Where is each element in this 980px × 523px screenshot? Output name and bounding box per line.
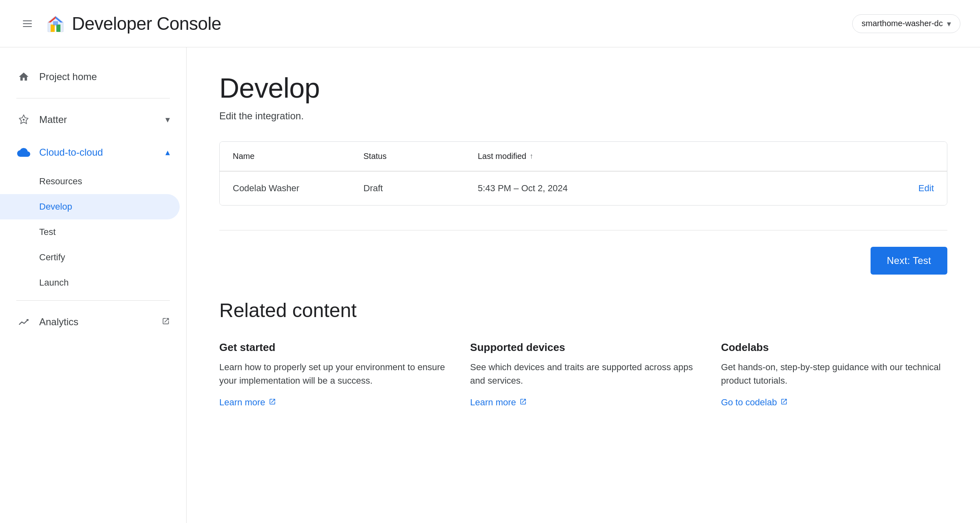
app-header: Developer Console smarthome-washer-dc ▾ <box>0 0 980 47</box>
sidebar-item-analytics[interactable]: Analytics <box>0 306 186 338</box>
svg-rect-1 <box>51 25 55 32</box>
supported-devices-external-icon <box>519 398 527 407</box>
sidebar-sub-item-resources[interactable]: Resources <box>0 169 186 194</box>
sidebar-analytics-label: Analytics <box>39 316 78 328</box>
next-button-container: Next: Test <box>219 247 947 275</box>
integration-table: Name Status Last modified ↑ Codelab Wash… <box>219 141 947 206</box>
sort-arrow-icon: ↑ <box>530 152 533 161</box>
related-content-grid: Get started Learn how to properly set up… <box>219 341 947 408</box>
sidebar-item-matter[interactable]: Matter ▾ <box>0 103 186 136</box>
next-test-button[interactable]: Next: Test <box>871 247 947 275</box>
project-selector-arrow-icon: ▾ <box>947 19 951 29</box>
sidebar-sub-item-test[interactable]: Test <box>0 219 186 245</box>
project-selector-label: smarthome-washer-dc <box>862 19 943 28</box>
get-started-learn-more-link[interactable]: Learn more <box>219 397 445 408</box>
table-header-name: Name <box>233 152 363 161</box>
related-card-supported-devices: Supported devices See which devices and … <box>470 341 696 408</box>
supported-devices-learn-more-link[interactable]: Learn more <box>470 397 696 408</box>
sidebar-sub-item-certify[interactable]: Certify <box>0 245 186 270</box>
sidebar-cloud-to-cloud-label: Cloud-to-cloud <box>39 147 103 158</box>
get-started-desc: Learn how to properly set up your enviro… <box>219 360 445 387</box>
sidebar-project-home-label: Project home <box>39 71 97 83</box>
codelabs-external-icon <box>780 398 788 407</box>
get-started-title: Get started <box>219 341 445 354</box>
menu-icon[interactable] <box>20 17 35 30</box>
sidebar-matter-label: Matter <box>39 114 67 125</box>
analytics-icon <box>16 315 31 329</box>
codelabs-desc: Get hands-on, step-by-step guidance with… <box>721 360 947 387</box>
sidebar-sub-item-develop[interactable]: Develop <box>0 194 180 219</box>
table-cell-name: Codelab Washer <box>233 183 363 194</box>
cloud-to-cloud-chevron-icon: ▴ <box>165 147 170 158</box>
sidebar-sub-items: Resources Develop Test Certify Launch <box>0 169 186 295</box>
page-title: Develop <box>219 72 947 104</box>
project-selector[interactable]: smarthome-washer-dc ▾ <box>852 14 960 33</box>
main-content: Develop Edit the integration. Name Statu… <box>187 47 980 523</box>
home-icon <box>16 69 31 84</box>
svg-rect-2 <box>56 25 60 32</box>
edit-link[interactable]: Edit <box>918 183 934 193</box>
svg-point-4 <box>23 119 25 121</box>
cloud-icon <box>16 145 31 160</box>
supported-devices-desc: See which devices and traits are support… <box>470 360 696 387</box>
table-cell-status: Draft <box>363 183 478 194</box>
sidebar-sub-item-launch[interactable]: Launch <box>0 270 186 295</box>
main-layout: Project home Matter ▾ Cloud-to-cloud ▴ <box>0 47 980 523</box>
table-cell-last-modified: 5:43 PM – Oct 2, 2024 <box>478 183 918 194</box>
app-title: Developer Console <box>72 13 221 34</box>
google-home-logo <box>45 13 66 34</box>
analytics-external-icon <box>162 317 170 327</box>
table-row: Codelab Washer Draft 5:43 PM – Oct 2, 20… <box>220 171 947 205</box>
logo-container: Developer Console <box>45 13 221 34</box>
codelabs-title: Codelabs <box>721 341 947 354</box>
sidebar-divider-2 <box>16 300 170 301</box>
get-started-external-icon <box>269 398 276 407</box>
sidebar: Project home Matter ▾ Cloud-to-cloud ▴ <box>0 47 187 523</box>
table-header-status: Status <box>363 152 478 161</box>
svg-rect-3 <box>53 21 58 25</box>
sidebar-item-cloud-to-cloud[interactable]: Cloud-to-cloud ▴ <box>0 136 186 169</box>
sidebar-divider-1 <box>16 98 170 98</box>
related-content-title: Related content <box>219 299 947 322</box>
section-divider <box>219 230 947 230</box>
related-card-codelabs: Codelabs Get hands-on, step-by-step guid… <box>721 341 947 408</box>
table-header: Name Status Last modified ↑ <box>220 142 947 171</box>
page-subtitle: Edit the integration. <box>219 110 947 122</box>
table-header-last-modified[interactable]: Last modified ↑ <box>478 152 934 161</box>
related-card-get-started: Get started Learn how to properly set up… <box>219 341 445 408</box>
codelabs-go-to-link[interactable]: Go to codelab <box>721 397 947 408</box>
table-cell-action: Edit <box>918 183 934 194</box>
matter-chevron-icon: ▾ <box>165 114 170 125</box>
supported-devices-title: Supported devices <box>470 341 696 354</box>
matter-icon <box>16 112 31 127</box>
sidebar-item-project-home[interactable]: Project home <box>0 60 186 93</box>
